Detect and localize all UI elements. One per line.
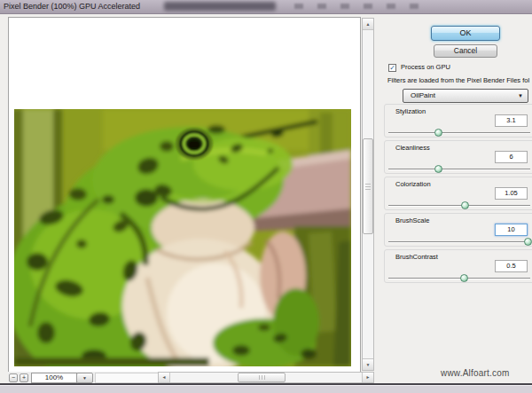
- vertical-scrollbar[interactable]: ▲ ▼: [362, 18, 374, 371]
- preview-panel[interactable]: [8, 17, 361, 383]
- brushscale-slider-track[interactable]: [388, 239, 530, 245]
- param-label: BrushScale: [395, 216, 429, 224]
- colorization-slider-track[interactable]: [388, 202, 530, 208]
- brushscale-slider-thumb[interactable]: [524, 238, 532, 246]
- cleanliness-value-input[interactable]: 6: [495, 151, 528, 163]
- param-label: Colorization: [395, 180, 431, 188]
- cleanliness-slider-track[interactable]: [388, 166, 530, 172]
- filter-dropdown-value: OilPaint: [411, 91, 435, 99]
- ok-button[interactable]: OK: [431, 26, 500, 41]
- frog-preview-image: [14, 109, 351, 366]
- param-group-brushcontrast: BrushContrast 0.5: [384, 249, 532, 283]
- stylization-slider-track[interactable]: [388, 130, 530, 136]
- filter-dropdown[interactable]: OilPaint ▼: [403, 89, 528, 103]
- horizontal-scrollbar-thumb[interactable]: [238, 373, 286, 382]
- stylization-slider-thumb[interactable]: [434, 129, 442, 137]
- zoom-in-button[interactable]: +: [20, 373, 28, 382]
- brushcontrast-value-input[interactable]: 0.5: [495, 260, 528, 272]
- scroll-down-icon[interactable]: ▼: [363, 358, 373, 370]
- watermark-text: www.Alfoart.com: [441, 368, 509, 378]
- param-label: BrushContrast: [395, 253, 438, 261]
- zoom-out-button[interactable]: −: [9, 373, 18, 382]
- param-group-cleanliness: Cleanliness 6: [384, 140, 532, 174]
- cancel-button[interactable]: Cancel: [434, 44, 497, 58]
- param-group-colorization: Colorization 1.05: [384, 177, 532, 210]
- scroll-up-icon[interactable]: ▲: [363, 19, 373, 30]
- titlebar[interactable]: Pixel Bender (100%) GPU Accelerated: [0, 0, 532, 14]
- colorization-slider-thumb[interactable]: [461, 201, 469, 209]
- status-strip: [95, 373, 159, 383]
- background-window-blur-dashes: [294, 4, 427, 9]
- cleanliness-slider-thumb[interactable]: [434, 165, 442, 173]
- window-title: Pixel Bender (100%) GPU Accelerated: [4, 2, 140, 11]
- param-label: Cleanliness: [395, 144, 430, 152]
- process-on-gpu-checkbox[interactable]: ✓: [388, 64, 396, 72]
- desktop-strip: [0, 385, 532, 393]
- horizontal-scrollbar[interactable]: ◄ ►: [158, 372, 374, 383]
- brushcontrast-slider-track[interactable]: [388, 275, 530, 281]
- param-label: Stylization: [395, 107, 426, 115]
- scroll-left-icon[interactable]: ◄: [159, 373, 170, 382]
- param-group-stylization: Stylization 3.1: [384, 104, 532, 138]
- colorization-value-input[interactable]: 1.05: [495, 187, 528, 200]
- scroll-right-icon[interactable]: ►: [362, 373, 373, 382]
- filters-loaded-note: Filters are loaded from the Pixel Bender…: [387, 76, 532, 84]
- brushcontrast-slider-thumb[interactable]: [460, 274, 468, 282]
- zoom-dropdown-button[interactable]: ▼: [76, 373, 93, 383]
- background-window-blur: [164, 2, 276, 11]
- zoom-level-field[interactable]: 100%: [31, 373, 77, 383]
- stylization-value-input[interactable]: 3.1: [495, 114, 528, 127]
- process-on-gpu-label: Process on GPU: [401, 63, 450, 71]
- chevron-down-icon: ▼: [518, 93, 523, 98]
- vertical-scrollbar-thumb[interactable]: [363, 138, 373, 234]
- preview-bottom-bar: − + 100% ▼ ◄ ►: [8, 372, 374, 384]
- pixel-bender-dialog: Pixel Bender (100%) GPU Accelerated: [0, 0, 532, 393]
- brushscale-value-input[interactable]: 10: [495, 224, 528, 236]
- param-group-brushscale: BrushScale 10: [384, 213, 532, 247]
